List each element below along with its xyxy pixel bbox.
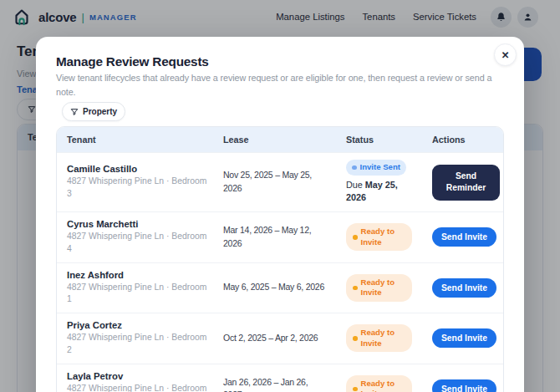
status-dot-icon	[352, 165, 357, 171]
lease-dates: Jan 26, 2026 – Jan 26, 2027	[213, 369, 336, 392]
tenant-cell: Layla Petrov 4827 Whispering Pine Ln · B…	[57, 364, 213, 392]
status-badge: Ready to Invite	[346, 223, 412, 251]
tenant-address: 4827 Whispering Pine Ln · Bedroom 4	[67, 231, 210, 256]
review-table-row: Layla Petrov 4827 Whispering Pine Ln · B…	[57, 364, 503, 392]
actions-cell: Send Invite	[422, 373, 504, 392]
tenant-cell: Priya Cortez 4827 Whispering Pine Ln · B…	[57, 313, 213, 364]
lease-dates: May 6, 2025 – May 6, 2026	[213, 274, 336, 301]
tenant-address: 4827 Whispering Pine Ln · Bedroom 2	[67, 332, 210, 357]
tenant-address: 4827 Whispering Pine Ln · Bedroom 1	[67, 383, 210, 392]
status-cell: Invite Sent Due May 25, 2026	[336, 153, 422, 211]
review-table-row: Inez Ashford 4827 Whispering Pine Ln · B…	[57, 262, 503, 313]
property-filter-label: Property	[83, 107, 117, 116]
lease-dates: Oct 2, 2025 – Apr 2, 2026	[213, 325, 336, 352]
tenant-name: Inez Ashford	[67, 270, 210, 280]
status-dot-icon	[353, 286, 358, 291]
actions-cell: Send Reminder	[422, 158, 504, 207]
review-table-row: Cyrus Marchetti 4827 Whispering Pine Ln …	[57, 211, 503, 262]
status-cell: Ready to Invite	[336, 318, 422, 359]
actions-cell: Send Invite	[422, 221, 504, 253]
column-header-status: Status	[336, 127, 422, 152]
status-dot-icon	[353, 387, 358, 392]
review-table-row: Camille Castillo 4827 Whispering Pine Ln…	[57, 152, 503, 211]
modal-title: Manage Review Requests	[56, 55, 504, 69]
lease-dates: Nov 25, 2025 – May 25, 2026	[213, 162, 336, 202]
actions-cell: Send Invite	[422, 272, 504, 304]
action-button[interactable]: Send Invite	[432, 227, 496, 247]
status-dot-icon	[353, 336, 358, 341]
status-cell: Ready to Invite	[336, 216, 422, 257]
screen: alcove | MANAGER Manage Listings Tenants…	[0, 0, 560, 392]
tenant-name: Priya Cortez	[67, 320, 210, 330]
manage-review-requests-modal: ✕ Manage Review Requests View tenant lif…	[36, 37, 524, 392]
column-header-tenant: Tenant	[57, 127, 213, 152]
funnel-icon	[70, 108, 79, 116]
review-requests-table: Tenant Lease Status Actions Camille Cast…	[56, 126, 504, 392]
due-date-text: Due May 25, 2026	[346, 179, 412, 205]
status-badge: Ready to Invite	[346, 324, 412, 352]
status-label: Ready to Invite	[361, 277, 406, 298]
close-icon: ✕	[501, 49, 510, 61]
lease-dates: Mar 14, 2026 – May 12, 2026	[213, 217, 336, 257]
tenant-address: 4827 Whispering Pine Ln · Bedroom 1	[67, 282, 210, 307]
tenant-address: 4827 Whispering Pine Ln · Bedroom 3	[67, 176, 210, 201]
close-button[interactable]: ✕	[494, 43, 517, 66]
table-header-row: Tenant Lease Status Actions	[57, 127, 503, 152]
status-label: Ready to Invite	[361, 227, 406, 247]
tenant-name: Layla Petrov	[67, 371, 210, 381]
tenant-cell: Camille Castillo 4827 Whispering Pine Ln…	[57, 157, 213, 207]
status-label: Ready to Invite	[361, 379, 406, 392]
action-button[interactable]: Send Invite	[432, 328, 496, 348]
action-button[interactable]: Send Invite	[432, 379, 496, 392]
status-cell: Ready to Invite	[336, 267, 422, 308]
review-table-body: Camille Castillo 4827 Whispering Pine Ln…	[57, 152, 503, 392]
column-header-lease: Lease	[213, 127, 336, 152]
status-dot-icon	[353, 235, 358, 240]
column-header-actions: Actions	[422, 127, 503, 152]
status-badge: Ready to Invite	[346, 274, 412, 302]
property-filter-chip[interactable]: Property	[62, 102, 125, 121]
review-table-row: Priya Cortez 4827 Whispering Pine Ln · B…	[57, 313, 503, 364]
tenant-cell: Cyrus Marchetti 4827 Whispering Pine Ln …	[57, 212, 213, 262]
status-label: Ready to Invite	[361, 328, 406, 349]
status-badge: Invite Sent	[346, 160, 406, 175]
tenant-cell: Inez Ashford 4827 Whispering Pine Ln · B…	[57, 263, 213, 313]
action-button[interactable]: Send Reminder	[432, 165, 500, 201]
status-cell: Ready to Invite	[336, 369, 422, 392]
modal-description: View tenant lifecycles that already have…	[56, 71, 506, 99]
action-button[interactable]: Send Invite	[432, 278, 496, 298]
status-badge: Ready to Invite	[346, 375, 412, 392]
status-label: Invite Sent	[360, 162, 401, 172]
tenant-name: Cyrus Marchetti	[67, 219, 210, 229]
actions-cell: Send Invite	[422, 322, 504, 354]
tenant-name: Camille Castillo	[67, 164, 210, 174]
